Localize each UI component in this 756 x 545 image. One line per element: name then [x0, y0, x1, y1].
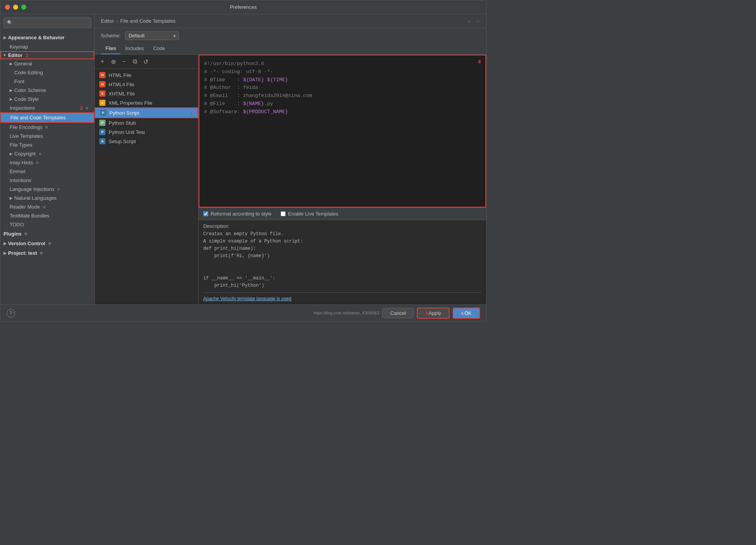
apply-button[interactable]: 5Apply — [417, 308, 450, 319]
search-box[interactable]: 🔍 — [3, 17, 91, 28]
sidebar-item-project-test[interactable]: ▶ Project: test ⚙ — [0, 248, 94, 258]
sidebar-item-label: Version Control — [8, 241, 45, 246]
file-item-xml-props[interactable]: X XML Properties File — [95, 98, 198, 107]
tabs-row: Files Includes Code — [95, 43, 486, 55]
file-item-html4[interactable]: H HTML4 File — [95, 80, 198, 89]
breadcrumb-part1: Editor — [101, 18, 114, 24]
tab-files[interactable]: Files — [101, 43, 120, 54]
code-editor[interactable]: 4 #!/usr/bin/python3.6 # -*- coding: utf… — [199, 55, 486, 207]
breadcrumb: Editor › File and Code Templates ← → — [95, 14, 486, 28]
file-item-html[interactable]: H HTML File — [95, 70, 198, 80]
file-item-python-script[interactable]: P Python Script 3 — [95, 107, 198, 118]
sidebar-item-label: Keymap — [10, 44, 28, 50]
close-button[interactable] — [5, 5, 10, 10]
sidebar-item-file-types[interactable]: File Types — [0, 140, 94, 149]
code-line-2: # -*- coding: utf-8 -*- — [204, 68, 481, 76]
sidebar-item-label: Intentions — [10, 177, 31, 183]
sidebar-item-label: Inspections — [10, 105, 35, 111]
reformat-text: Reformat according to style — [211, 211, 271, 217]
sidebar-item-general[interactable]: ▶ General — [0, 59, 94, 68]
setup-icon: S — [99, 138, 105, 144]
sidebar-item-label: Copyright — [14, 151, 36, 157]
sidebar-item-code-style[interactable]: ▶ Code Style — [0, 95, 94, 104]
file-item-python-unit-test[interactable]: P Python Unit Test — [95, 127, 198, 137]
sidebar-item-font[interactable]: Font — [0, 77, 94, 86]
back-arrow[interactable]: ← — [467, 18, 472, 24]
ok-button[interactable]: 6OK — [453, 308, 480, 319]
sidebar-item-plugins[interactable]: Plugins ⚙ — [0, 229, 94, 239]
expand-icon: ▶ — [3, 241, 7, 246]
sidebar-item-color-scheme[interactable]: ▶ Color Scheme — [0, 86, 94, 95]
titlebar: Preferences — [0, 0, 486, 14]
sidebar-item-label: Inlay Hints — [10, 160, 33, 166]
python-badge: 3 — [190, 110, 193, 115]
sidebar-item-live-templates[interactable]: Live Templates — [0, 132, 94, 140]
sidebar-item-version-control[interactable]: ▶ Version Control ⚙ — [0, 239, 94, 248]
options-row: Reformat according to style Enable Live … — [199, 207, 486, 220]
sidebar-item-editor[interactable]: ▼ Editor 1 — [0, 51, 94, 59]
file-item-xhtml[interactable]: X XHTML File — [95, 89, 198, 98]
description-content: Creates an empty Python file. A simple e… — [203, 231, 482, 290]
sidebar-item-code-editing[interactable]: Code Editing — [0, 68, 94, 77]
sidebar-item-intentions[interactable]: Intentions — [0, 176, 94, 185]
sidebar-item-emmet[interactable]: Emmet — [0, 167, 94, 176]
file-item-label: Python Unit Test — [109, 129, 145, 135]
sidebar-item-label: Font — [14, 79, 24, 84]
description-divider — [203, 293, 482, 293]
py-file-icon: P — [100, 110, 106, 116]
velocity-note: Apache Velocity template language is use… — [203, 296, 482, 301]
cancel-button[interactable]: Cancel — [382, 308, 414, 318]
py-stub-icon: P — [99, 120, 105, 126]
sidebar-item-file-code-templates[interactable]: File and Code Templates — [0, 112, 94, 123]
code-line-7: # @Software: ${PRODUCT_NAME} — [204, 108, 481, 116]
sidebar-item-label: Project: test — [8, 250, 37, 256]
sidebar-item-textmate-bundles[interactable]: TextMate Bundles — [0, 211, 94, 220]
tab-includes[interactable]: Includes — [120, 43, 148, 54]
sidebar-item-reader-mode[interactable]: Reader Mode ⚙ — [0, 202, 94, 211]
expand-icon: ▶ — [3, 35, 7, 40]
apache-velocity-link[interactable]: Apache Velocity — [203, 296, 236, 301]
settings-icon: ⚙ — [47, 241, 52, 246]
sidebar-item-keymap[interactable]: Keymap — [0, 42, 94, 51]
copy-template-button[interactable]: ⊕ — [109, 57, 118, 66]
sidebar-item-copyright[interactable]: ▶ Copyright ⚙ — [0, 149, 94, 158]
file-item-label: XHTML File — [109, 91, 135, 97]
main-content: 🔍 ▶ Appearance & Behavior Keymap ▼ Edito… — [0, 14, 486, 304]
sidebar-item-inspections[interactable]: Inspections 2 ⚙ — [0, 104, 94, 112]
file-item-label: HTML4 File — [109, 82, 134, 87]
py-test-icon: P — [99, 129, 105, 135]
file-list: H HTML File H HTML4 File X XHTML File — [95, 69, 198, 304]
help-button[interactable]: ? — [7, 309, 15, 318]
search-input[interactable] — [15, 20, 88, 25]
reformat-label[interactable]: Reformat according to style — [203, 211, 271, 217]
description-label: Description: — [203, 223, 482, 229]
scheme-select-wrapper: Default Project — [125, 31, 179, 40]
forward-arrow[interactable]: → — [475, 18, 480, 24]
remove-template-button[interactable]: − — [119, 57, 129, 66]
sidebar-item-language-injections[interactable]: Language Injections ⚙ — [0, 185, 94, 194]
file-item-label: Setup Script — [109, 139, 136, 144]
reset-template-button[interactable]: ↺ — [141, 57, 150, 66]
sidebar-item-appearance[interactable]: ▶ Appearance & Behavior — [0, 33, 94, 42]
file-item-setup-script[interactable]: S Setup Script — [95, 137, 198, 146]
scheme-select[interactable]: Default Project — [125, 31, 179, 40]
editor-area: + ⊕ − ⧉ ↺ H HTML File H — [95, 55, 486, 304]
code-line-6: # @File : ${NAME}.py — [204, 100, 481, 108]
sidebar-item-natural-languages[interactable]: ▶ Natural Languages — [0, 194, 94, 202]
sidebar-item-label: Code Style — [14, 96, 39, 102]
add-template-button[interactable]: + — [98, 57, 107, 66]
sidebar-item-inlay-hints[interactable]: Inlay Hints ⚙ — [0, 158, 94, 167]
live-templates-text: Enable Live Templates — [288, 211, 338, 217]
reformat-checkbox[interactable] — [203, 211, 208, 216]
live-templates-label[interactable]: Enable Live Templates — [281, 211, 338, 217]
sidebar-item-todo[interactable]: TODO — [0, 220, 94, 229]
file-item-python-stub[interactable]: P Python Stub — [95, 118, 198, 127]
maximize-button[interactable] — [21, 5, 26, 10]
tab-code[interactable]: Code — [149, 43, 170, 54]
live-templates-checkbox[interactable] — [281, 211, 286, 216]
settings-icon: ⚙ — [44, 125, 49, 130]
sidebar-item-file-encodings[interactable]: File Encodings ⚙ — [0, 123, 94, 132]
minimize-button[interactable] — [13, 5, 18, 10]
sidebar: 🔍 ▶ Appearance & Behavior Keymap ▼ Edito… — [0, 14, 95, 304]
duplicate-template-button[interactable]: ⧉ — [130, 57, 139, 66]
